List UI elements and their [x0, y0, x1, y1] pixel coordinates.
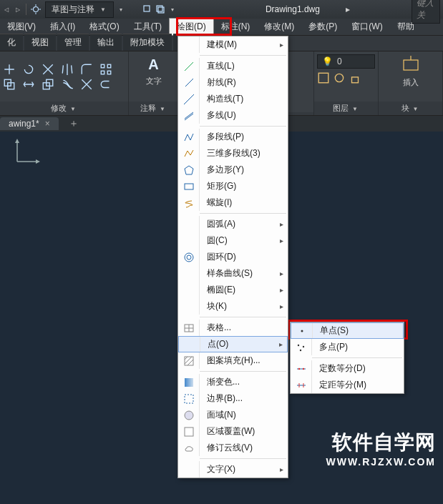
smi-single-point[interactable]: 单点(S)	[291, 322, 404, 339]
title-play-icon[interactable]: ▸	[346, 4, 350, 14]
scale-icon[interactable]	[42, 78, 54, 91]
menu-format[interactable]: 格式(O)	[82, 19, 126, 35]
titlebar: ◁ ▷ 草图与注释 ▼ ▾ ▾ Drawing1.dwg ▸ 键入关	[0, 0, 443, 19]
qat-overflow-2[interactable]: ▾	[170, 6, 175, 13]
svg-rect-19	[404, 60, 418, 70]
smi-multi-point[interactable]: 多点(P)	[291, 339, 404, 355]
mi-pline[interactable]: 多段线(P)	[178, 129, 288, 145]
tab-partial[interactable]: 化	[0, 34, 23, 51]
mi-wipeout[interactable]: 区域覆盖(W)	[178, 423, 288, 440]
subset-icon[interactable]	[99, 78, 112, 91]
copy-icon[interactable]	[3, 78, 16, 91]
svg-point-47	[299, 349, 301, 350]
mi-line[interactable]: 直线(L)	[178, 58, 288, 74]
mi-modeling[interactable]: 建模(M)▸	[178, 36, 288, 53]
ucs-axes-icon	[13, 137, 42, 166]
svg-rect-5	[144, 6, 150, 11]
mi-mline[interactable]: 多线(U)	[178, 107, 288, 124]
file-tab-label: awing1*	[9, 119, 39, 129]
mi-block[interactable]: 块(K)▸	[178, 298, 288, 315]
svg-rect-10	[101, 71, 104, 74]
mi-point[interactable]: 点(O)▸	[178, 336, 288, 352]
qat-next[interactable]: ▷	[14, 6, 21, 13]
mi-polygon[interactable]: 多边形(Y)	[178, 162, 288, 178]
mi-donut[interactable]: 圆环(D)	[178, 249, 288, 265]
menu-modify[interactable]: 修改(M)	[257, 19, 301, 35]
panel-block: 插入 块 ▼	[379, 51, 443, 115]
mi-ray[interactable]: 射线(R)	[178, 74, 288, 91]
mi-table[interactable]: 表格...	[178, 320, 288, 336]
mi-hatch[interactable]: 图案填充(H)...	[178, 352, 288, 369]
svg-rect-18	[352, 77, 359, 83]
mi-text[interactable]: 文字(X)▸	[178, 461, 288, 478]
stretch-icon[interactable]	[22, 78, 35, 91]
region-icon	[178, 407, 200, 423]
smi-measure[interactable]: 定距等分(M)	[291, 377, 404, 393]
array-icon[interactable]	[99, 63, 112, 76]
revcloud-icon	[178, 440, 200, 456]
mirror-icon[interactable]	[61, 63, 74, 76]
rotate-icon[interactable]	[22, 63, 35, 76]
tab-manage[interactable]: 管理	[57, 34, 89, 51]
menu-params[interactable]: 参数(P)	[301, 19, 344, 35]
menu-insert[interactable]: 插入(I)	[43, 19, 82, 35]
mi-helix[interactable]: 螺旋(I)	[178, 194, 288, 211]
menu-help[interactable]: 帮助	[390, 19, 422, 35]
tab-addin[interactable]: 附加模块	[123, 34, 172, 51]
svg-marker-29	[185, 166, 193, 174]
point-submenu: 单点(S) 多点(P) 定数等分(D) 定距等分(M)	[290, 322, 404, 394]
wipeout-icon	[178, 423, 200, 440]
move-icon[interactable]	[3, 63, 16, 76]
panel-modify-label: 修改	[51, 104, 67, 112]
tab-output[interactable]: 输出	[90, 34, 122, 51]
svg-point-17	[335, 74, 343, 81]
menu-window[interactable]: 窗口(W)	[344, 19, 389, 35]
mi-rect[interactable]: 矩形(G)	[178, 178, 288, 194]
trim-icon[interactable]	[42, 63, 54, 76]
layer-props-icon[interactable]	[317, 71, 330, 84]
mi-ellipse[interactable]: 椭圆(E)▸	[178, 282, 288, 298]
workspace-selector[interactable]: 草图与注释 ▼	[45, 1, 114, 18]
mi-circle[interactable]: 圆(C)▸	[178, 232, 288, 249]
layer-lock-icon[interactable]	[349, 71, 361, 84]
menu-tools[interactable]: 工具(T)	[127, 19, 169, 35]
menu-dim[interactable]: 标注(N)	[214, 19, 258, 35]
svg-line-26	[184, 94, 194, 104]
svg-point-0	[34, 7, 39, 12]
tab-view[interactable]: 视图	[24, 34, 56, 51]
new-tab-button[interactable]: ＋	[63, 117, 84, 130]
smi-divide[interactable]: 定数等分(D)	[291, 360, 404, 377]
layer-selector[interactable]: 💡 0	[317, 54, 375, 69]
qat-overflow[interactable]: ▾	[118, 6, 124, 13]
pline-icon	[178, 129, 200, 145]
svg-point-50	[302, 367, 303, 369]
layer-freeze-icon[interactable]	[333, 71, 346, 84]
svg-rect-40	[185, 378, 193, 387]
qat-prev[interactable]: ◁	[3, 6, 10, 13]
gear-icon[interactable]	[31, 4, 41, 14]
mi-gradient[interactable]: 渐变色...	[178, 374, 288, 390]
insert-button-label: 插入	[403, 77, 419, 88]
close-icon[interactable]: ×	[45, 119, 50, 129]
offset-icon[interactable]	[61, 78, 74, 91]
fillet-icon[interactable]	[80, 63, 93, 76]
explode-icon[interactable]	[80, 78, 93, 91]
workspace-label: 草图与注释	[52, 4, 94, 16]
mi-pline3d[interactable]: 三维多段线(3)	[178, 145, 288, 162]
mi-region[interactable]: 面域(N)	[178, 407, 288, 423]
polygon-icon	[178, 162, 200, 178]
menu-view[interactable]: 视图(V)	[0, 19, 43, 35]
mi-xline[interactable]: 构造线(T)	[178, 91, 288, 107]
mi-arc[interactable]: 圆弧(A)▸	[178, 216, 288, 232]
svg-line-28	[185, 114, 193, 120]
mi-revcloud[interactable]: 修订云线(V)	[178, 440, 288, 456]
svg-point-42	[185, 411, 193, 420]
mi-spline[interactable]: 样条曲线(S)▸	[178, 265, 288, 282]
insert-button[interactable]	[401, 54, 421, 74]
text-button[interactable]: A	[144, 54, 164, 74]
panel-modify: 修改 ▼	[0, 51, 129, 115]
file-tab-1[interactable]: awing1* ×	[0, 117, 59, 130]
svg-point-44	[301, 330, 303, 332]
mi-boundary[interactable]: 边界(B)...	[178, 390, 288, 407]
window-state-icon[interactable]	[142, 4, 165, 14]
